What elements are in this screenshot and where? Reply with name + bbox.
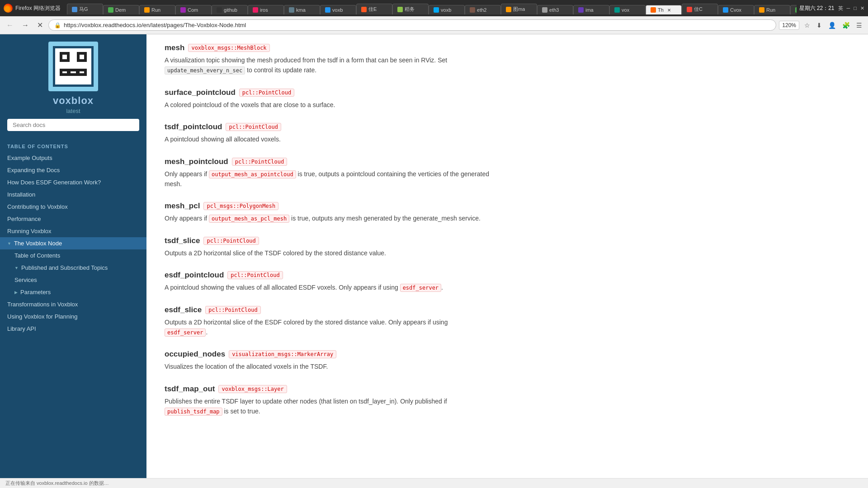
browser-tab-19[interactable]: Run bbox=[754, 5, 790, 14]
topic-name: mesh_pointcloud bbox=[165, 157, 228, 166]
topic-name: esdf_pointcloud bbox=[165, 271, 224, 280]
browser-tab-2[interactable]: Run bbox=[139, 5, 175, 14]
sidebar-nav-item-12[interactable]: Transformations in Voxblox bbox=[0, 298, 146, 310]
tab-close-icon[interactable]: ✕ bbox=[667, 8, 671, 13]
inline-code: esdf_server bbox=[400, 284, 441, 292]
zoom-level[interactable]: 120% bbox=[779, 21, 799, 30]
sidebar-nav-item-2[interactable]: How Does ESDF Generation Work? bbox=[0, 176, 146, 188]
sidebar-nav-item-1[interactable]: Expanding the Docs bbox=[0, 164, 146, 176]
tab-favicon-icon bbox=[506, 7, 511, 12]
sidebar-nav-item-0[interactable]: Example Outputs bbox=[0, 152, 146, 164]
tab-favicon-icon bbox=[795, 7, 797, 13]
nav-item-label: How Does ESDF Generation Work? bbox=[7, 179, 101, 186]
extensions-icon[interactable]: 🧩 bbox=[840, 20, 852, 30]
browser-tab-9[interactable]: 稻务 bbox=[392, 4, 429, 14]
browser-tab-3[interactable]: Com bbox=[175, 5, 212, 14]
browser-tab-7[interactable]: voxb bbox=[320, 5, 356, 14]
inline-code: esdf_server bbox=[165, 328, 206, 337]
url-bar[interactable]: 🔒 https://voxblox.readthedocs.io/en/late… bbox=[48, 19, 776, 31]
desc-text: Visualizes the location of the allocated… bbox=[165, 363, 328, 370]
topic-type-badge: pcl::PointCloud bbox=[239, 89, 294, 97]
browser-tab-15[interactable]: vox bbox=[609, 5, 646, 14]
tab-label: Cvox bbox=[730, 7, 741, 13]
browser-menu[interactable]: Firefox 网络浏览器 bbox=[15, 5, 61, 12]
browser-tab-13[interactable]: eth3 bbox=[537, 5, 573, 14]
language-selector[interactable]: 英 bbox=[838, 5, 843, 12]
browser-tab-6[interactable]: kma bbox=[284, 5, 320, 14]
tab-label: 图ma bbox=[513, 6, 525, 13]
topic-name: surface_pointcloud bbox=[165, 88, 236, 97]
menu-icon[interactable]: ☰ bbox=[854, 20, 864, 30]
browser-tab-16[interactable]: Th✕ bbox=[646, 5, 682, 14]
sidebar-nav-item-8[interactable]: Table of Contents bbox=[0, 249, 146, 262]
download-icon[interactable]: ⬇ bbox=[814, 20, 824, 30]
tab-favicon-icon bbox=[108, 7, 113, 13]
browser-tab-5[interactable]: iros bbox=[248, 5, 284, 14]
sidebar-nav-item-10[interactable]: Services bbox=[0, 274, 146, 286]
clock-display: 星期六 22：21 bbox=[799, 5, 835, 12]
reload-button[interactable]: ✕ bbox=[34, 20, 46, 30]
sidebar-nav-item-3[interactable]: Installation bbox=[0, 188, 146, 201]
topic-type-badge: pcl::PointCloud bbox=[203, 237, 259, 245]
navigation-bar: ← → ✕ 🔒 https://voxblox.readthedocs.io/e… bbox=[0, 16, 868, 34]
forward-button[interactable]: → bbox=[19, 20, 32, 30]
search-input[interactable] bbox=[7, 119, 139, 131]
tab-favicon-icon bbox=[180, 7, 186, 13]
desc-text: Outputs a 2D horizontal slice of the ESD… bbox=[165, 319, 448, 326]
topic-title: esdf_slice pcl::PointCloud bbox=[165, 305, 490, 314]
nav-item-label: Transformations in Voxblox bbox=[7, 301, 78, 308]
topic-entry-3: mesh_pointcloud pcl::PointCloud Only app… bbox=[165, 157, 490, 189]
topic-description: Only appears if output_mesh_as_pointclou… bbox=[165, 169, 490, 189]
content-area: mesh voxblox_msgs::MeshBlock A visualiza… bbox=[146, 34, 868, 478]
sidebar-nav-item-5[interactable]: Performance bbox=[0, 213, 146, 225]
browser-tab-1[interactable]: Dem bbox=[103, 5, 139, 14]
browser-tab-14[interactable]: ima bbox=[573, 5, 609, 14]
tab-label: iros bbox=[260, 7, 268, 13]
browser-tab-8[interactable]: 佳E bbox=[356, 4, 392, 14]
sidebar-nav-item-11[interactable]: ▶Parameters bbox=[0, 286, 146, 298]
window-maximize[interactable]: □ bbox=[854, 5, 857, 11]
tab-favicon-icon bbox=[578, 7, 584, 13]
tab-favicon-icon bbox=[397, 7, 403, 12]
sidebar-nav-item-7[interactable]: ▼The Voxblox Node bbox=[0, 237, 146, 249]
topic-entry-7: esdf_slice pcl::PointCloud Outputs a 2D … bbox=[165, 305, 490, 338]
nav-item-label: Performance bbox=[7, 216, 41, 222]
topic-type-badge: pcl::PointCloud bbox=[205, 306, 260, 314]
sidebar-nav-item-13[interactable]: Using Voxblox for Planning bbox=[0, 310, 146, 323]
topic-type-badge: voxblox_msgs::MeshBlock bbox=[188, 44, 269, 52]
tab-label: voxb bbox=[332, 7, 343, 13]
browser-tab-11[interactable]: eth2 bbox=[465, 5, 501, 14]
topic-description: A pointcloud showing the values of all a… bbox=[165, 282, 490, 292]
status-bar: 正在传输来自 voxblox.readthedocs.io 的数据… bbox=[0, 478, 868, 488]
topic-description: Outputs a 2D horizontal slice of the TSD… bbox=[165, 248, 490, 258]
tab-favicon-icon bbox=[434, 7, 439, 13]
browser-tab-18[interactable]: Cvox bbox=[718, 5, 754, 14]
browser-tab-17[interactable]: 佳C bbox=[682, 4, 718, 14]
doc-section: mesh voxblox_msgs::MeshBlock A visualiza… bbox=[165, 43, 490, 416]
inline-code: output_mesh_as_pointcloud bbox=[209, 170, 296, 178]
sidebar-nav-item-14[interactable]: Library API bbox=[0, 323, 146, 335]
tab-label: 马G bbox=[79, 6, 88, 13]
topic-description: A colored pointcloud of the voxels that … bbox=[165, 100, 490, 110]
sidebar-nav-item-9[interactable]: ▼Published and Subscribed Topics bbox=[0, 262, 146, 274]
desc-text: A visualization topic showing the mesh p… bbox=[165, 56, 447, 64]
nav-item-label: Services bbox=[14, 277, 37, 283]
main-layout: voxblox latest TABLE OF CONTENTS Example… bbox=[0, 34, 868, 478]
back-button[interactable]: ← bbox=[4, 20, 16, 30]
browser-tab-4[interactable]: github bbox=[212, 5, 248, 14]
browser-tab-20[interactable]: C bbox=[790, 5, 797, 14]
tab-label: ima bbox=[585, 7, 594, 13]
browser-tab-0[interactable]: 马G bbox=[67, 4, 103, 14]
sidebar-nav-item-4[interactable]: Contributing to Voxblox bbox=[0, 201, 146, 213]
topic-type-badge: pcl::PointCloud bbox=[232, 158, 287, 166]
profile-icon[interactable]: 👤 bbox=[826, 20, 838, 30]
tab-favicon-icon bbox=[542, 7, 547, 13]
browser-tab-12[interactable]: 图ma bbox=[501, 4, 537, 14]
bookmark-icon[interactable]: ☆ bbox=[802, 20, 812, 30]
window-minimize[interactable]: ─ bbox=[847, 5, 850, 11]
browser-tab-10[interactable]: voxb bbox=[429, 5, 465, 14]
tab-favicon-icon bbox=[289, 7, 294, 13]
sidebar-nav-item-6[interactable]: Running Voxblox bbox=[0, 225, 146, 237]
tab-label: 佳E bbox=[368, 6, 377, 13]
window-close[interactable]: ✕ bbox=[860, 5, 864, 11]
